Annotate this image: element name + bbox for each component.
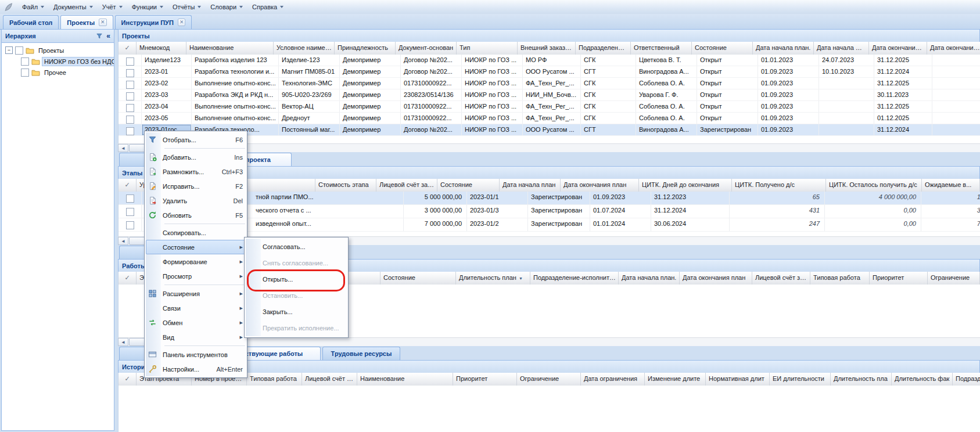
state-submenu-item-3[interactable]: Остановить...	[246, 287, 347, 304]
row-checkbox[interactable]	[126, 116, 134, 124]
projects-column-0[interactable]: ✓	[119, 42, 137, 55]
menubar-item-0[interactable]: Файл	[17, 1, 49, 13]
works-column-9[interactable]: Типовая работа	[810, 272, 870, 285]
projects-row-0[interactable]: Изделие123Разработка изделия 123Изделие-…	[119, 55, 980, 66]
context-menu-item-2[interactable]: Добавить...Ins	[146, 150, 246, 164]
linked-works-column-6[interactable]: Приоритет	[453, 373, 517, 386]
context-menu-item-9[interactable]: Состояние▶	[146, 240, 246, 254]
stages-row-0[interactable]: 1тной партии ПМО...5 000 000,002023-01/1…	[119, 192, 980, 205]
menubar-item-6[interactable]: Справка	[247, 1, 288, 13]
tree-node-2[interactable]: Прочее	[3, 67, 113, 78]
linked-works-column-11[interactable]: ЕИ длительности	[770, 373, 831, 386]
linked-works-column-7[interactable]: Ограничение	[517, 373, 581, 386]
row-checkbox[interactable]	[126, 208, 134, 216]
tree-checkbox[interactable]	[21, 57, 29, 66]
row-checkbox[interactable]	[126, 127, 134, 135]
window-tab-1[interactable]: Проекты✕	[60, 15, 113, 29]
menubar-item-5[interactable]: Словари	[206, 1, 247, 13]
linked-works-column-9[interactable]: Изменение длите	[645, 373, 706, 386]
context-menu-item-5[interactable]: УдалитьDel	[146, 193, 246, 208]
stages-column-0[interactable]: ✓	[119, 179, 137, 192]
projects-column-4[interactable]: Принадлежность	[335, 42, 396, 55]
context-menu-item-18[interactable]: Панель инструментов	[146, 347, 246, 362]
projects-column-14[interactable]: Дата окончания ф	[927, 42, 980, 55]
scroll-left-icon[interactable]: ◄	[118, 338, 128, 346]
projects-column-12[interactable]: Дата начала факт	[814, 42, 869, 55]
linked-works-column-10[interactable]: Нормативная длит	[706, 373, 770, 386]
row-checkbox[interactable]	[126, 69, 134, 77]
linked-works-column-3[interactable]: Типовая работа	[247, 373, 302, 386]
row-checkbox[interactable]	[126, 81, 134, 89]
linked-works-column-13[interactable]: Длительность фак	[892, 373, 953, 386]
works-column-6[interactable]: Дата начала план.	[619, 272, 680, 285]
window-tab-2[interactable]: Инструкции ПУП✕	[115, 15, 192, 29]
linked-works-tab-2[interactable]: Трудовые ресурсы	[322, 347, 400, 360]
projects-column-7[interactable]: Внешний заказчик	[518, 42, 576, 55]
linked-works-column-14[interactable]: Подразделение-ис	[953, 373, 980, 386]
state-submenu-item-4[interactable]: Закрыть...	[246, 304, 347, 320]
projects-row-1[interactable]: 2023-01Разработка технологии и...Магнит …	[119, 66, 980, 78]
tree-checkbox[interactable]	[21, 69, 29, 77]
scroll-left-icon[interactable]: ◄	[118, 144, 128, 152]
row-checkbox[interactable]	[126, 104, 134, 112]
tab-close-icon[interactable]: ✕	[99, 19, 107, 26]
state-submenu-item-5[interactable]: Прекратить исполнение...	[246, 320, 347, 336]
linked-works-column-5[interactable]: Наименование	[357, 373, 453, 386]
works-column-4[interactable]: Длительность план▼	[456, 272, 530, 285]
works-column-10[interactable]: Приоритет	[870, 272, 928, 285]
projects-row-3[interactable]: 2023-03Разработка ЭКД и РКД н...905-U020…	[119, 89, 980, 101]
projects-column-10[interactable]: Состояние	[692, 42, 753, 55]
context-menu-item-3[interactable]: Размножить...Ctrl+F3	[146, 164, 246, 179]
works-column-0[interactable]: ✓	[119, 272, 137, 285]
menubar-item-1[interactable]: Документы	[49, 1, 98, 13]
tree-checkbox[interactable]	[15, 46, 23, 55]
works-column-7[interactable]: Дата окончания план	[680, 272, 752, 285]
projects-row-6[interactable]: 2023-01госРазработка техноло...Постоянны…	[119, 124, 980, 136]
window-tab-0[interactable]: Рабочий стол	[3, 15, 59, 29]
row-checkbox[interactable]	[126, 57, 134, 66]
stages-column-11[interactable]: Ожидаемые в...	[922, 179, 980, 192]
stages-column-3[interactable]: Стоимость этапа	[315, 179, 376, 192]
row-checkbox[interactable]	[126, 221, 134, 229]
menubar-item-2[interactable]: Учёт	[98, 1, 127, 13]
menubar-item-3[interactable]: Функции	[127, 1, 168, 13]
stages-column-9[interactable]: ЦИТК. Получено д/с	[732, 179, 826, 192]
projects-column-5[interactable]: Документ-основан	[396, 42, 457, 55]
projects-column-9[interactable]: Ответственный	[631, 42, 692, 55]
stages-column-7[interactable]: Дата окончания план	[561, 179, 639, 192]
scroll-left-icon[interactable]: ◄	[118, 237, 128, 245]
tab-close-icon[interactable]: ✕	[178, 19, 186, 26]
context-menu-item-14[interactable]: Связи▶	[146, 301, 246, 315]
linked-works-column-0[interactable]: ✓	[119, 373, 137, 386]
projects-column-8[interactable]: Подразделение-от	[576, 42, 631, 55]
linked-works-column-12[interactable]: Длительность пла	[831, 373, 892, 386]
projects-column-13[interactable]: Дата окончания пл	[869, 42, 927, 55]
works-column-5[interactable]: Подразделение-исполнитель..	[530, 272, 619, 285]
projects-row-5[interactable]: 2023-05Выполнение опытно-конс...Дредноут…	[119, 113, 980, 124]
context-menu-item-6[interactable]: ОбновитьF5	[146, 208, 246, 222]
collapse-panel-icon[interactable]: «	[106, 32, 110, 40]
works-column-8[interactable]: Лицевой счёт затр	[752, 272, 810, 285]
projects-column-11[interactable]: Дата начала план.	[753, 42, 814, 55]
context-menu-item-4[interactable]: Исправить...F2	[146, 179, 246, 193]
works-column-3[interactable]: Состояние	[380, 272, 456, 285]
works-column-11[interactable]: Ограничение	[928, 272, 980, 285]
stages-column-10[interactable]: ЦИТК. Осталось получить д/с	[826, 179, 922, 192]
tree-expand-toggle-icon[interactable]: −	[5, 46, 13, 54]
tree-node-0[interactable]: −Проекты	[3, 45, 113, 56]
filter-icon[interactable]	[96, 33, 103, 39]
projects-column-1[interactable]: Мнемокод	[137, 42, 186, 55]
context-menu-item-13[interactable]: Расширения▶	[146, 286, 246, 301]
context-menu-item-11[interactable]: Просмотр▶	[146, 269, 246, 283]
state-submenu-item-1[interactable]: Снять согласование...	[246, 255, 347, 271]
state-submenu-item-0[interactable]: Согласовать...	[246, 239, 347, 255]
tree-node-1[interactable]: НИОКР по ГОЗ без НДС	[3, 56, 113, 67]
stages-row-2[interactable]: 1изведенной опыт...7 000 000,002023-01/2…	[119, 218, 980, 232]
menubar-item-4[interactable]: Отчёты	[168, 1, 206, 13]
stages-column-8[interactable]: ЦИТК. Дней до окончания	[639, 179, 732, 192]
state-submenu-item-2[interactable]: Открыть...	[246, 271, 347, 287]
stages-column-6[interactable]: Дата начала план	[500, 179, 561, 192]
row-checkbox[interactable]	[126, 195, 134, 203]
context-menu-item-16[interactable]: Вид▶	[146, 330, 246, 344]
linked-works-column-4[interactable]: Лицевой счёт затр	[302, 373, 357, 386]
